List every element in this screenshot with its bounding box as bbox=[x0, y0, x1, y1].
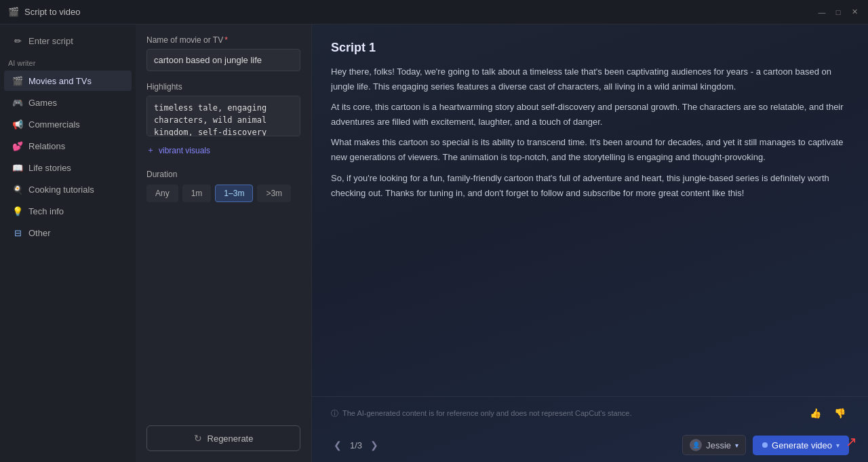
user-chevron-icon: ▾ bbox=[735, 442, 738, 449]
sidebar-enter-script-label: Enter script bbox=[28, 36, 73, 46]
pencil-icon: ✏ bbox=[12, 35, 23, 46]
user-name: Jessie bbox=[706, 440, 731, 450]
script-paragraph-3: What makes this cartoon so special is it… bbox=[331, 135, 849, 165]
script-panel-bottom: ⓘ The AI-generated content is for refere… bbox=[312, 396, 868, 429]
sidebar-item-life-label: Life stories bbox=[28, 163, 71, 173]
minimize-button[interactable]: — bbox=[816, 7, 827, 18]
tech-icon: 💡 bbox=[12, 206, 23, 216]
regenerate-area: ↻ Regenerate bbox=[146, 415, 300, 451]
next-page-button[interactable]: ❯ bbox=[368, 438, 381, 452]
arrow-indicator: ↗ bbox=[846, 434, 857, 450]
sidebar-item-relations-label: Relations bbox=[28, 141, 65, 151]
add-highlight-button[interactable]: ＋ vibrant visuals bbox=[146, 142, 300, 159]
sidebar-item-cooking[interactable]: 🍳 Cooking tutorials bbox=[4, 179, 132, 199]
highlights-textarea[interactable]: timeless tale, engaging characters, wild… bbox=[146, 96, 300, 136]
duration-label: Duration bbox=[146, 170, 300, 179]
sidebar-item-life-stories[interactable]: 📖 Life stories bbox=[4, 157, 132, 178]
thumbs-down-button[interactable]: 👎 bbox=[830, 404, 849, 423]
generate-chevron-icon: ▾ bbox=[836, 442, 840, 449]
disclaimer: ⓘ The AI-generated content is for refere… bbox=[331, 408, 631, 419]
script-paragraph-1: Hey there, folks! Today, we're going to … bbox=[331, 64, 849, 94]
script-title: Script 1 bbox=[331, 41, 849, 55]
script-paragraph-4: So, if you're looking for a fun, family-… bbox=[331, 171, 849, 201]
page-indicator: 1/3 bbox=[350, 440, 362, 450]
game-icon: 🎮 bbox=[12, 97, 23, 108]
title-bar-title: Script to video bbox=[24, 7, 80, 17]
life-icon: 📖 bbox=[12, 162, 23, 173]
cooking-icon: 🍳 bbox=[12, 184, 23, 195]
script-content: Hey there, folks! Today, we're going to … bbox=[331, 64, 849, 396]
other-icon: ⊟ bbox=[12, 227, 23, 238]
prev-page-button[interactable]: ❮ bbox=[331, 438, 344, 452]
sidebar-ai-writer-label: AI writer bbox=[0, 54, 136, 70]
duration-options: Any 1m 1–3m >3m bbox=[146, 185, 300, 202]
right-panel-actions: 👤 Jessie ▾ Generate video ▾ bbox=[682, 435, 849, 455]
title-bar: 🎬 Script to video — □ ✕ bbox=[0, 0, 868, 24]
user-icon: 👤 bbox=[690, 439, 702, 451]
user-selector[interactable]: 👤 Jessie ▾ bbox=[682, 435, 746, 455]
thumbs-up-button[interactable]: 👍 bbox=[806, 404, 825, 423]
generate-dot-icon bbox=[762, 442, 768, 448]
feedback-icons: 👍 👎 bbox=[806, 404, 849, 423]
movie-name-input[interactable] bbox=[146, 49, 300, 71]
generate-video-label: Generate video bbox=[772, 440, 832, 450]
info-icon: ⓘ bbox=[331, 408, 338, 419]
film-icon: 🎬 bbox=[12, 75, 23, 86]
highlights-label: Highlights bbox=[146, 82, 300, 92]
disclaimer-text: The AI-generated content is for referenc… bbox=[342, 409, 631, 417]
maximize-button[interactable]: □ bbox=[833, 7, 844, 18]
sidebar-item-games-label: Games bbox=[28, 98, 57, 108]
close-button[interactable]: ✕ bbox=[849, 7, 860, 18]
plus-icon: ＋ bbox=[146, 145, 155, 156]
sidebar-item-commercials[interactable]: 📢 Commercials bbox=[4, 114, 132, 134]
sidebar-item-commercials-label: Commercials bbox=[28, 119, 80, 130]
sidebar-item-movies[interactable]: 🎬 Movies and TVs bbox=[4, 71, 132, 91]
sidebar-item-tech[interactable]: 💡 Tech info bbox=[4, 201, 132, 221]
sidebar: ✏ Enter script AI writer 🎬 Movies and TV… bbox=[0, 24, 136, 462]
required-star: * bbox=[224, 35, 228, 45]
duration-any[interactable]: Any bbox=[146, 185, 178, 202]
sidebar-item-games[interactable]: 🎮 Games bbox=[4, 92, 132, 113]
regenerate-label: Regenerate bbox=[208, 434, 254, 444]
script-panel: Script 1 Hey there, folks! Today, we're … bbox=[312, 24, 868, 462]
relations-icon: 💕 bbox=[12, 140, 23, 151]
regenerate-button[interactable]: ↻ Regenerate bbox=[146, 425, 300, 451]
sidebar-item-other-label: Other bbox=[28, 228, 51, 238]
sidebar-item-cooking-label: Cooking tutorials bbox=[28, 185, 94, 195]
title-bar-icon: 🎬 bbox=[8, 7, 19, 17]
duration-3m-plus[interactable]: >3m bbox=[257, 185, 291, 202]
add-highlight-label: vibrant visuals bbox=[159, 146, 210, 155]
script-paragraph-2: At its core, this cartoon is a heartwarm… bbox=[331, 100, 849, 130]
sidebar-item-tech-label: Tech info bbox=[28, 206, 64, 216]
regenerate-icon: ↻ bbox=[194, 433, 202, 444]
generate-video-button[interactable]: Generate video ▾ bbox=[753, 436, 849, 455]
pagination-controls: ❮ 1/3 ❯ bbox=[331, 438, 381, 452]
sidebar-item-movies-label: Movies and TVs bbox=[28, 76, 92, 86]
sidebar-item-enter-script[interactable]: ✏ Enter script bbox=[4, 31, 132, 51]
duration-1m[interactable]: 1m bbox=[182, 185, 212, 202]
duration-1-3m[interactable]: 1–3m bbox=[215, 185, 253, 202]
sidebar-item-relations[interactable]: 💕 Relations bbox=[4, 136, 132, 156]
sidebar-item-other[interactable]: ⊟ Other bbox=[4, 223, 132, 243]
commercial-icon: 📢 bbox=[12, 119, 23, 130]
pagination-row: ❮ 1/3 ❯ 👤 Jessie ▾ Generate video ▾ bbox=[331, 429, 849, 462]
movie-name-label: Name of movie or TV* bbox=[146, 35, 300, 45]
form-panel: Name of movie or TV* Highlights timeless… bbox=[136, 24, 312, 462]
